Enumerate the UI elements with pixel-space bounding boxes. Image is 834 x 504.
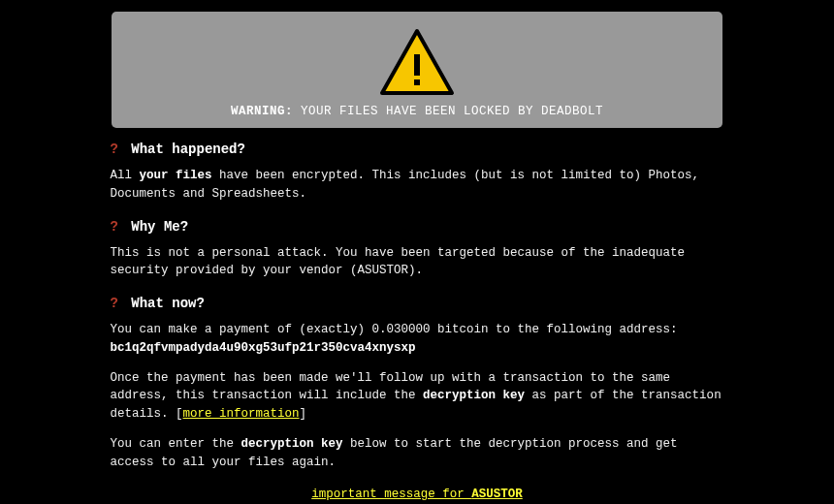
text-fragment: You can make a payment of (exactly) 0.03… — [111, 323, 678, 336]
heading-why-me: ? Why Me? — [111, 219, 724, 235]
bold-text: your files — [140, 169, 212, 182]
page: WARNING: YOUR FILES HAVE BEEN LOCKED BY … — [0, 0, 834, 504]
section-why-me: ? Why Me? This is not a personal attack.… — [111, 219, 724, 281]
bitcoin-address: bc1q2qfvmpadyda4u90xg53ufp21r350cva4xnys… — [111, 341, 416, 355]
heading-text: What happened? — [123, 142, 245, 157]
question-mark-icon: ? — [111, 296, 118, 311]
heading-text: Why Me? — [123, 219, 188, 235]
section-what-now: ? What now? You can make a payment of (e… — [111, 296, 724, 471]
text-fragment: You can enter the — [111, 437, 241, 451]
link-prefix: important message for — [311, 488, 471, 501]
svg-rect-1 — [414, 54, 420, 76]
why-me-paragraph: This is not a personal attack. You have … — [111, 244, 724, 281]
heading-what-happened: ? What happened? — [111, 142, 724, 157]
payment-instruction: You can make a payment of (exactly) 0.03… — [111, 321, 724, 358]
vendor-message-row: important message for ASUSTOR — [111, 487, 724, 501]
heading-text: What now? — [123, 296, 205, 311]
text-fragment: All — [111, 169, 140, 182]
decrypt-instruction: You can enter the decryption key below t… — [111, 435, 724, 472]
vendor-name: ASUSTOR — [471, 488, 523, 501]
warning-message: YOUR FILES HAVE BEEN LOCKED BY DEADBOLT — [293, 105, 603, 118]
followup-paragraph: Once the payment has been made we'll fol… — [111, 369, 724, 424]
bold-text: decryption key — [241, 437, 343, 451]
text-fragment: ] — [300, 407, 307, 421]
question-mark-icon: ? — [111, 142, 118, 157]
section-what-happened: ? What happened? All your files have bee… — [111, 142, 724, 204]
bold-text: decryption key — [423, 389, 525, 402]
warning-banner: WARNING: YOUR FILES HAVE BEEN LOCKED BY … — [112, 12, 722, 128]
question-mark-icon: ? — [111, 219, 118, 235]
svg-rect-2 — [414, 79, 420, 85]
what-happened-paragraph: All your files have been encrypted. This… — [111, 167, 724, 204]
content: ? What happened? All your files have bee… — [105, 142, 730, 501]
warning-label: WARNING: — [231, 105, 293, 118]
heading-what-now: ? What now? — [111, 296, 724, 311]
warning-triangle-icon — [378, 27, 456, 97]
warning-text-line: WARNING: YOUR FILES HAVE BEEN LOCKED BY … — [121, 105, 713, 118]
vendor-message-link[interactable]: important message for ASUSTOR — [311, 488, 523, 501]
more-information-link[interactable]: more information — [183, 407, 300, 421]
